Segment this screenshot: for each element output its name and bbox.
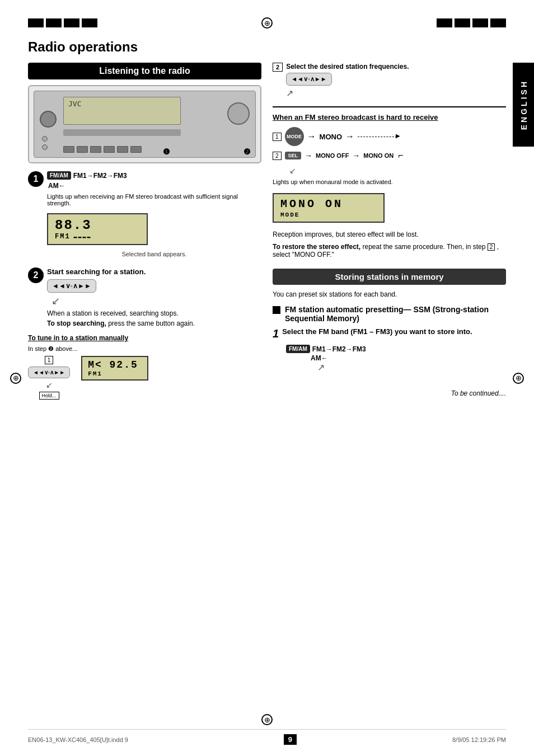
radio-device-image: JVC ❶ [28, 85, 261, 163]
english-sidebar: ENGLISH [513, 63, 534, 147]
radio-display-area: JVC [63, 97, 181, 125]
storing-step1: 1 Select the FM band (FM1 – FM3) you wan… [273, 327, 506, 373]
storing-intro: You can preset six stations for each ban… [273, 290, 506, 298]
step1-caption: Lights up when receiving an FM stereo br… [47, 193, 261, 206]
fm-step1-arrow2: → [345, 132, 354, 142]
fm-step1-dashed: ▶ [358, 137, 397, 137]
radio-buttons-row [63, 146, 142, 153]
step1-display-value: 88.3 [55, 218, 140, 233]
step-1-row: 1 FM/AM FM1→FM2→FM3 AM← Lights up when r… [28, 171, 261, 263]
storing-step1-num: 1 [273, 327, 279, 340]
mono-display-mode: MODE [280, 212, 299, 218]
right-column: ENGLISH 2 Select the desired station fre… [273, 63, 506, 402]
reg-block-1 [28, 18, 44, 27]
right-step2-row: 2 Select the desired station frequencies… [273, 63, 506, 98]
step2-to-stop: To stop searching, press the same button… [47, 320, 261, 327]
step1-display-sub: FM1 [55, 233, 71, 241]
page-number: 9 [284, 734, 297, 745]
ssm-title: FM station automatic presetting— SSM (St… [285, 305, 506, 323]
fm-step1-mono: MONO [320, 133, 342, 141]
tune-arrow: ↙ [46, 381, 53, 389]
fm-step1-num: 1 [273, 133, 282, 141]
storing-fm-row: FM/AM FM1→FM2→FM3 [286, 345, 506, 353]
reg-mark-bottom: ⊕ [261, 714, 273, 725]
radio-slot [63, 129, 181, 136]
page-footer: EN06-13_KW-XC406_405[U]t.indd 9 9 8/9/05… [28, 729, 506, 745]
footer-date: 8/9/05 12:19:26 PM [452, 736, 506, 743]
reception-text: Reception improves, but stereo effect wi… [273, 231, 506, 238]
fm-step2-curve: ⌐ [398, 151, 403, 161]
storing-fm-am-btn: FM/AM [286, 345, 310, 353]
fm-step2-arrow1: → [305, 151, 312, 160]
right-step2-content: Select the desired station frequencies. … [286, 63, 409, 98]
to-stop-rest: press the same button again. [108, 320, 195, 327]
mono-display-value: MONO ON [280, 198, 377, 210]
fm-stereo-step1-row: 1 MODE → MONO → ▶ [273, 127, 506, 146]
step1-display-bars: ▬▬▬▬ [74, 234, 92, 240]
restore-text: repeat the same procedure. Then, in step [363, 243, 488, 251]
black-square-icon [273, 306, 280, 314]
step2-arrow-down: ↙ [289, 166, 506, 175]
fm-step2-num: 2 [273, 152, 282, 160]
fm-stereo-title: When an FM stereo broadcast is hard to r… [273, 113, 506, 121]
reg-mark-center: ⊕ [261, 17, 273, 29]
fm-stereo-section: When an FM stereo broadcast is hard to r… [273, 106, 506, 259]
footer-file: EN06-13_KW-XC406_405[U]t.indd 9 [28, 736, 128, 743]
tune-seek-btn[interactable]: ◄◄∨◦∧►► [28, 367, 70, 378]
tune-display-sub: FM1 [88, 370, 142, 377]
reg-mark-left: ⊕ [10, 373, 21, 384]
english-label: ENGLISH [519, 79, 528, 130]
step-2-content: Start searching for a station. ◄◄∨◦∧►► ↙… [47, 267, 261, 327]
ssm-section: FM station automatic presetting— SSM (St… [273, 305, 506, 373]
mode-button: MODE [285, 127, 304, 146]
right-seek-arrow: ↗ [286, 88, 409, 98]
right-seek-btn[interactable]: ◄◄∨◦∧►► [286, 73, 331, 86]
seek-button-label: ◄◄∨◦∧►► [52, 282, 91, 290]
reg-mark-right: ⊕ [513, 373, 524, 384]
step1-am-label: AM← [48, 182, 261, 190]
page-title: Radio operations [28, 39, 506, 55]
step1-arrow-sequence: FM1→FM2→FM3 [73, 172, 127, 180]
restore-bold: To restore the stereo effect, [273, 243, 360, 251]
tune-manually-section: To tune in to a station manually In step… [28, 334, 261, 400]
reg-block-5 [437, 18, 452, 27]
storing-arrow: ↗ [317, 362, 506, 373]
restore-stereo-text: To restore the stereo effect, repeat the… [273, 243, 506, 259]
tune-manually-step1: 1 ◄◄∨◦∧►► ↙ Hold... M< 92.5 FM1 [28, 356, 261, 400]
right-step2-num: 2 [273, 63, 283, 72]
tune-display-col: M< 92.5 FM1 [81, 356, 148, 381]
tune-manually-title: To tune in to a station manually [28, 334, 261, 342]
storing-section-header: Storing stations in memory [273, 269, 506, 285]
reg-block-2 [46, 18, 62, 27]
step-1-content: FM/AM FM1→FM2→FM3 AM← Lights up when rec… [47, 171, 261, 263]
left-column: Listening to the radio JVC [28, 63, 261, 402]
to-stop-bold: To stop searching, [47, 320, 106, 327]
fm-am-button: FM/AM [47, 171, 71, 180]
reg-block-8 [490, 18, 506, 27]
storing-fm-label: FM1→FM2→FM3 [312, 345, 366, 353]
fm-step2-arrow2: → [352, 151, 360, 160]
step-2-circle: 2 [28, 267, 44, 283]
step1-display-caption: Selected band appears. [47, 251, 261, 257]
right-step2-text: Select the desired station frequencies. [286, 63, 409, 71]
continued-label: To be continued.... [451, 389, 506, 397]
storing-step1-title: Select the FM band (FM1 – FM3) you want … [282, 327, 472, 336]
tune-display-value: M< 92.5 [88, 359, 142, 370]
reg-block-4 [82, 18, 97, 27]
fm-step2-mono-off: MONO OFF [316, 152, 349, 159]
tune-manually-step-text: In step ❷ above... [28, 345, 261, 353]
fm-stereo-step2-row: 2 SEL → MONO OFF → MONO ON ⌐ [273, 151, 506, 161]
radio-dot-1 [42, 136, 48, 142]
step2-when-received: When a station is received, searching st… [47, 309, 261, 317]
radio-dot-2 [42, 144, 48, 150]
restore-step-num: 2 [488, 243, 495, 251]
radio-knob-right [227, 102, 250, 125]
sel-button: SEL [285, 152, 302, 159]
storing-am-label: AM← [311, 354, 506, 362]
storing-section: Storing stations in memory You can prese… [273, 269, 506, 373]
mono-display-sub: MODE [280, 212, 377, 218]
storing-step1-row: 1 Select the FM band (FM1 – FM3) you wan… [273, 327, 506, 340]
seek-button[interactable]: ◄◄∨◦∧►► [47, 279, 96, 293]
tune-display: M< 92.5 FM1 [81, 356, 148, 381]
mono-display: MONO ON MODE [273, 193, 385, 223]
